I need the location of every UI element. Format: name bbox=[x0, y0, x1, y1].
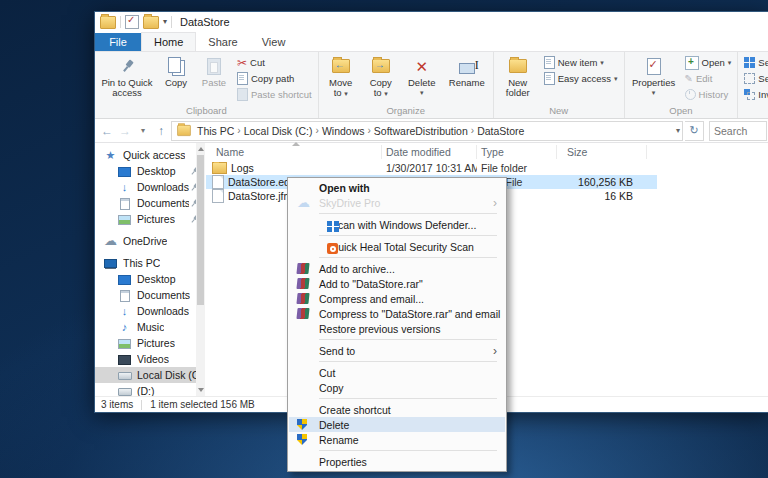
properties-button[interactable]: Properties ▾ bbox=[628, 54, 680, 105]
titlebar-divider bbox=[171, 16, 172, 28]
menu-item-label: SkyDrive Pro bbox=[319, 197, 380, 209]
sidebar-item-documents[interactable]: Documents bbox=[95, 287, 205, 303]
sidebar-item-d[interactable]: (D:) bbox=[95, 383, 205, 396]
menu-item-copy[interactable]: Copy bbox=[289, 380, 505, 395]
recent-locations-caret-icon[interactable]: ▾ bbox=[135, 126, 151, 135]
new-folder-button[interactable]: New folder bbox=[497, 54, 539, 105]
menu-item-delete[interactable]: Delete bbox=[289, 417, 505, 432]
column-header-date-modified[interactable]: Date modified bbox=[382, 145, 477, 159]
tab-share[interactable]: Share bbox=[196, 33, 249, 51]
qat-properties-icon[interactable] bbox=[125, 15, 139, 29]
menu-item-quick-heal-total-security-scan[interactable]: Quick Heal Total Security Scan bbox=[289, 239, 505, 254]
menu-item-compress-to-datastore-rar-and-email[interactable]: Compress to "DataStore.rar" and email bbox=[289, 306, 505, 321]
copy-to-button[interactable]: → Copy to ▾ bbox=[362, 54, 400, 105]
sidebar-item-music[interactable]: Music bbox=[95, 319, 205, 335]
sidebar-scrollbar[interactable] bbox=[196, 143, 205, 396]
menu-item-rename[interactable]: Rename bbox=[289, 432, 505, 447]
sidebar-section-onedrive[interactable]: OneDrive bbox=[95, 233, 205, 249]
back-button[interactable]: ← bbox=[99, 124, 115, 138]
sidebar-item-videos[interactable]: Videos bbox=[95, 351, 205, 367]
menu-item-skydrive-pro[interactable]: SkyDrive Pro› bbox=[289, 195, 505, 210]
breadcrumb-segment[interactable]: SoftwareDistribution bbox=[372, 125, 470, 137]
up-button[interactable]: ↑ bbox=[153, 124, 169, 138]
breadcrumb-segment[interactable]: Windows bbox=[320, 125, 367, 137]
tab-home[interactable]: Home bbox=[141, 32, 196, 51]
edit-button[interactable]: ✎ Edit bbox=[682, 71, 735, 86]
history-button[interactable]: History bbox=[682, 87, 735, 102]
scroll-up-icon[interactable] bbox=[198, 147, 204, 151]
edit-icon: ✎ bbox=[685, 74, 693, 84]
sidebar-item-downloads[interactable]: Downloads bbox=[95, 303, 205, 319]
pin-to-quick-access-button[interactable]: Pin to Quick access bbox=[98, 54, 156, 105]
new-item-button[interactable]: New item ▾ bbox=[541, 55, 621, 70]
sidebar-item-pictures[interactable]: Pictures bbox=[95, 335, 205, 351]
menu-item-add-to-archive[interactable]: Add to archive... bbox=[289, 261, 505, 276]
menu-item-add-to-datastore-rar[interactable]: Add to "DataStore.rar" bbox=[289, 276, 505, 291]
paste-button[interactable]: Paste bbox=[196, 54, 232, 105]
menu-item-cut[interactable]: Cut bbox=[289, 365, 505, 380]
history-icon bbox=[685, 89, 696, 100]
menu-item-open-with[interactable]: Open with bbox=[289, 180, 505, 195]
rename-button[interactable]: Rename bbox=[444, 54, 490, 105]
sidebar-section-quick-access[interactable]: Quick access bbox=[95, 147, 205, 163]
sidebar-item-label: Music bbox=[137, 321, 164, 333]
address-dropdown-caret-icon[interactable]: ▾ bbox=[676, 126, 680, 135]
search-input[interactable] bbox=[709, 121, 767, 141]
sort-ascending-icon bbox=[292, 142, 300, 146]
menu-item-label: Send to bbox=[319, 345, 355, 357]
menu-item-scan-with-windows-defender[interactable]: Scan with Windows Defender... bbox=[289, 217, 505, 232]
menu-item-properties[interactable]: Properties bbox=[289, 454, 505, 469]
column-header-type[interactable]: Type bbox=[477, 145, 557, 159]
breadcrumb-segment[interactable]: Local Disk (C:) bbox=[242, 125, 315, 137]
window-title: DataStore bbox=[180, 16, 230, 28]
open-button[interactable]: Open ▾ bbox=[682, 55, 735, 70]
scrollbar-thumb[interactable] bbox=[197, 155, 204, 305]
sidebar-item-documents[interactable]: Documents bbox=[95, 195, 205, 211]
copy-path-button[interactable]: Copy path bbox=[234, 71, 315, 86]
cut-button[interactable]: ✂ Cut bbox=[234, 55, 315, 70]
move-to-button[interactable]: ← Move to ▾ bbox=[322, 54, 360, 105]
file-icon bbox=[212, 189, 224, 203]
uac-shield-icon bbox=[297, 419, 307, 430]
menu-item-label: Compress and email... bbox=[319, 293, 424, 305]
sidebar-section-this-pc[interactable]: This PC bbox=[95, 255, 205, 271]
menu-item-send-to[interactable]: Send to› bbox=[289, 343, 505, 358]
easy-access-button[interactable]: Easy access ▾ bbox=[541, 71, 621, 86]
tab-file[interactable]: File bbox=[95, 33, 141, 51]
column-header-size[interactable]: Size bbox=[557, 145, 647, 159]
title-bar: ▾ DataStore bbox=[95, 12, 768, 32]
copy-to-caret-icon: ▾ bbox=[384, 90, 388, 97]
select-all-button[interactable]: Select all bbox=[741, 55, 768, 70]
new-folder-icon bbox=[509, 59, 527, 73]
breadcrumb-segment[interactable]: DataStore bbox=[475, 125, 526, 137]
delete-button[interactable]: ✕ Delete ▾ bbox=[402, 54, 442, 105]
column-header-name[interactable]: Name bbox=[212, 145, 382, 159]
sidebar-item-local-disk-c[interactable]: Local Disk (C:) bbox=[95, 367, 205, 383]
winrar-icon bbox=[296, 278, 309, 289]
sidebar-item-downloads[interactable]: Downloads bbox=[95, 179, 205, 195]
qat-customize-caret-icon[interactable]: ▾ bbox=[163, 17, 167, 27]
forward-button[interactable]: → bbox=[117, 124, 133, 138]
refresh-icon[interactable]: ↻ bbox=[685, 121, 704, 141]
tab-view[interactable]: View bbox=[250, 33, 298, 51]
breadcrumb[interactable]: This PC›Local Disk (C:)›Windows›Software… bbox=[171, 121, 683, 141]
menu-item-restore-previous-versions[interactable]: Restore previous versions bbox=[289, 321, 505, 336]
invert-selection-button[interactable]: Invert selection bbox=[741, 87, 768, 102]
pictures-icon bbox=[117, 213, 132, 226]
delete-label: Delete bbox=[408, 78, 435, 88]
sidebar-item-desktop[interactable]: Desktop bbox=[95, 271, 205, 287]
sidebar-item-pictures[interactable]: Pictures bbox=[95, 211, 205, 227]
menu-item-compress-and-email[interactable]: Compress and email... bbox=[289, 291, 505, 306]
sidebar-item-desktop[interactable]: Desktop bbox=[95, 163, 205, 179]
downloads-icon bbox=[117, 305, 132, 318]
copy-button[interactable]: Copy bbox=[158, 54, 194, 105]
qat-new-folder-icon[interactable] bbox=[143, 16, 159, 29]
scroll-down-icon[interactable] bbox=[198, 388, 204, 392]
menu-item-label: Scan with Windows Defender... bbox=[331, 219, 476, 231]
menu-item-create-shortcut[interactable]: Create shortcut bbox=[289, 402, 505, 417]
clipboard-group-label: Clipboard bbox=[98, 105, 315, 118]
paste-shortcut-button[interactable]: Paste shortcut bbox=[234, 87, 315, 102]
breadcrumb-segment[interactable]: This PC bbox=[195, 125, 236, 137]
table-row[interactable]: Logs1/30/2017 10:31 AMFile folder bbox=[206, 161, 657, 175]
select-none-button[interactable]: Select none bbox=[741, 71, 768, 86]
